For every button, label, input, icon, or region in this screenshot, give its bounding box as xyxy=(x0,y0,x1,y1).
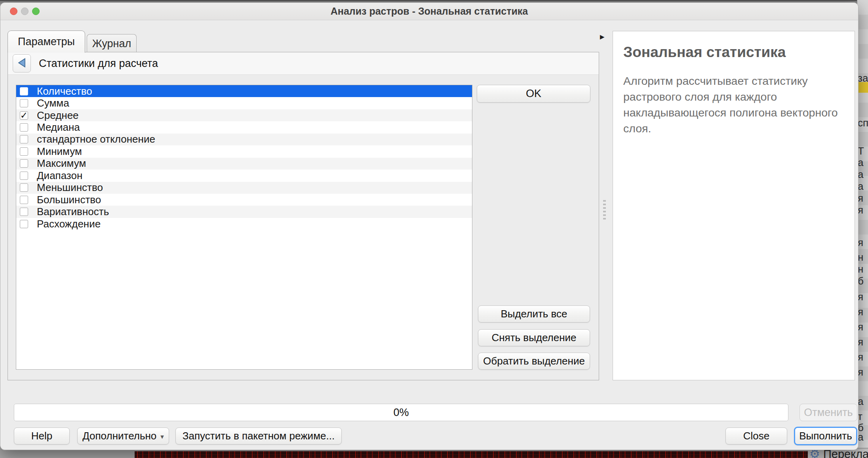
invert-selection-button[interactable]: Обратить выделение xyxy=(478,353,590,370)
checkbox[interactable] xyxy=(20,99,28,107)
background-partial-label: Перекла xyxy=(823,449,868,458)
back-arrow-icon xyxy=(17,57,27,70)
stats-row[interactable]: Меньшинство xyxy=(16,182,472,194)
checkbox[interactable] xyxy=(20,159,28,168)
title-bar[interactable]: Анализ растров - Зональная статистика xyxy=(0,3,858,20)
advanced-dropdown-button[interactable]: Дополнительно ▾ xyxy=(77,427,169,445)
advanced-label: Дополнительно xyxy=(82,430,156,442)
stats-row[interactable]: Вариативность xyxy=(16,206,472,218)
stats-row-label: Большинство xyxy=(37,194,101,206)
help-panel: Зональная статистика Алгоритм рассчитыва… xyxy=(613,31,855,380)
stats-row[interactable]: Медиана xyxy=(16,121,472,133)
checkbox[interactable] xyxy=(20,220,28,228)
help-title: Зональная статистика xyxy=(623,44,844,61)
checkbox[interactable] xyxy=(20,135,28,143)
background-partial-letter: н xyxy=(858,263,863,275)
help-button[interactable]: Help xyxy=(14,427,70,445)
checkbox[interactable] xyxy=(20,123,28,132)
run-button[interactable]: Выполнить xyxy=(794,427,857,445)
background-partial-letter: а xyxy=(858,168,863,181)
stats-row-label: Расхождение xyxy=(37,218,101,230)
run-batch-button[interactable]: Запустить в пакетном режиме... xyxy=(175,427,342,445)
background-partial-letter: Т xyxy=(858,145,864,157)
stats-row-label: Максимум xyxy=(37,157,86,170)
stats-row[interactable]: Расхождение xyxy=(16,218,472,230)
background-map-raster xyxy=(135,451,810,458)
checkbox[interactable] xyxy=(20,87,28,95)
stats-row-label: Минимум xyxy=(37,145,82,158)
panel-header-label: Статистики для расчета xyxy=(39,52,158,74)
background-partial-letter: я xyxy=(858,204,863,216)
stats-row[interactable]: Большинство xyxy=(16,194,472,206)
gear-icon: ⚙ xyxy=(809,449,820,458)
stats-row-label: стандартное отклонение xyxy=(37,133,155,145)
stats-row-label: Количество xyxy=(37,85,92,97)
stats-row[interactable]: Количество xyxy=(16,85,472,97)
zoom-window-button[interactable] xyxy=(32,8,40,15)
background-partial-letter: я xyxy=(858,366,863,378)
stats-row[interactable]: Максимум xyxy=(16,158,472,170)
collapse-arrow-icon[interactable]: ▸ xyxy=(600,31,605,42)
background-partial-letter: я xyxy=(858,306,863,318)
background-partial-letter: я xyxy=(858,291,863,303)
background-partial-letter: н xyxy=(858,251,863,263)
cancel-button[interactable]: Отменить xyxy=(799,404,857,421)
background-partial-letter: а xyxy=(858,395,863,408)
stats-row[interactable]: Сумма xyxy=(16,97,472,109)
stats-row[interactable]: Минимум xyxy=(16,145,472,157)
window-title: Анализ растров - Зональная статистика xyxy=(0,3,858,20)
checkbox[interactable] xyxy=(20,208,28,216)
background-partial-letter: б xyxy=(858,275,864,287)
progress-label: 0% xyxy=(393,406,409,419)
panel-splitter-handle[interactable] xyxy=(603,200,606,220)
background-partial-letter: а xyxy=(858,156,863,169)
background-partial-letter: я xyxy=(858,321,863,333)
back-button[interactable] xyxy=(13,54,31,73)
background-partial-letter: я xyxy=(858,237,863,249)
tab-parameters[interactable]: Параметры xyxy=(8,31,85,53)
close-button[interactable]: Close xyxy=(725,427,787,445)
stats-row[interactable]: стандартное отклонение xyxy=(16,134,472,145)
background-partial-letter: я xyxy=(858,192,863,204)
background-partial-letter: а xyxy=(858,180,863,193)
background-partial-letter: я xyxy=(858,351,863,363)
tab-log[interactable]: Журнал xyxy=(87,34,137,53)
stats-row-label: Диапазон xyxy=(37,170,82,182)
panel-header: Статистики для расчета xyxy=(8,52,599,75)
stats-row-label: Сумма xyxy=(37,97,69,109)
zonal-statistics-dialog: Анализ растров - Зональная статистика Па… xyxy=(0,2,858,450)
background-partial-letter: я xyxy=(858,336,863,348)
ok-button[interactable]: OK xyxy=(477,85,590,103)
parameters-panel: Статистики для расчета КоличествоСумма✓С… xyxy=(8,52,599,380)
stats-row-label: Медиана xyxy=(37,121,80,134)
background-partial-letter: за xyxy=(858,72,868,84)
checkbox[interactable] xyxy=(20,183,28,192)
background-partial-letter: сп xyxy=(858,117,868,129)
select-all-button[interactable]: Выделить все xyxy=(478,305,590,323)
checkbox[interactable] xyxy=(20,196,28,204)
stats-row-label: Вариативность xyxy=(37,206,109,218)
stats-row[interactable]: ✓Среднее xyxy=(16,109,472,121)
checkbox[interactable] xyxy=(20,147,28,156)
clear-selection-button[interactable]: Снять выделение xyxy=(478,329,590,346)
stats-row-label: Меньшинство xyxy=(37,181,103,194)
stats-row-label: Среднее xyxy=(37,109,79,122)
stats-list[interactable]: КоличествоСумма✓СреднееМедианастандартно… xyxy=(16,85,472,370)
background-bottom-right: ⚙ Перекла xyxy=(808,449,868,458)
help-description: Алгоритм рассчитывает статистику растров… xyxy=(623,73,844,137)
checkbox[interactable]: ✓ xyxy=(20,111,28,120)
background-partial-letter: а xyxy=(858,431,863,443)
stats-row[interactable]: Диапазон xyxy=(16,170,472,181)
close-window-button[interactable] xyxy=(10,8,17,15)
progress-bar: 0% xyxy=(14,404,788,421)
minimize-window-button[interactable] xyxy=(21,8,29,15)
chevron-down-icon: ▾ xyxy=(160,433,164,441)
background-right-strip: заспТаааяяяннбяяяяяяатба xyxy=(857,0,868,458)
checkbox[interactable] xyxy=(20,172,28,180)
